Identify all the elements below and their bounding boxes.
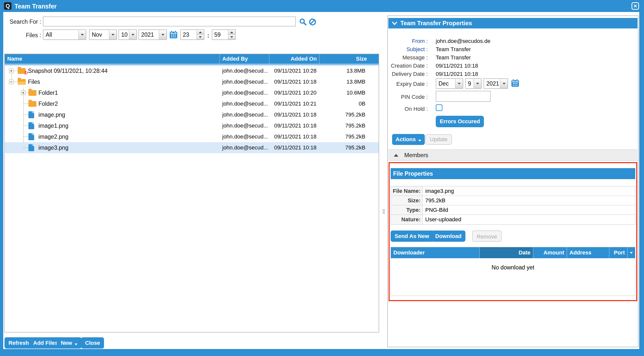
table-row-image-png[interactable]: image.pngjohn.doe@secud...09/11/2021 10:… xyxy=(5,109,378,120)
files-filter-label: Files : xyxy=(3,32,41,39)
cell-added-by: john.doe@secud... xyxy=(220,112,269,118)
expiry-month-select[interactable]: Dec xyxy=(436,78,463,89)
expiry-date-label: Expiry Date : xyxy=(388,81,428,87)
time-colon: : xyxy=(207,32,209,39)
chevron-down-icon xyxy=(474,79,481,88)
column-header-name[interactable]: Name xyxy=(5,54,220,64)
chevron-down-icon xyxy=(455,79,463,88)
refresh-button[interactable]: Refresh xyxy=(4,337,33,348)
file-property-row: Size:795.2kB xyxy=(391,196,635,205)
expiry-day-select[interactable]: 9 xyxy=(465,78,482,89)
actions-button[interactable]: Actions xyxy=(392,134,425,145)
on-hold-label: On Hold : xyxy=(388,106,428,112)
day-select[interactable]: 10 xyxy=(118,30,137,40)
on-hold-checkbox[interactable] xyxy=(436,104,442,111)
cell-size: 795.2kB xyxy=(320,134,370,140)
step-up-icon[interactable] xyxy=(197,30,204,35)
minute-stepper[interactable]: 59 xyxy=(212,30,236,40)
collapse-icon[interactable]: − xyxy=(9,80,14,84)
file-tree-table: NameAdded ByAdded OnSize +↻Snapshot 09/1… xyxy=(4,54,379,332)
downloads-column-header-date[interactable]: Date xyxy=(480,247,533,258)
update-button[interactable]: Update xyxy=(425,134,452,145)
file-icon xyxy=(28,142,37,153)
table-row-snapshot-09-11-2021-10-28-44[interactable]: +↻Snapshot 09/11/2021, 10:28:44john.doe@… xyxy=(5,65,378,76)
pin-code-input[interactable] xyxy=(436,91,490,102)
step-up-icon[interactable] xyxy=(228,30,235,35)
file-property-label: Nature: xyxy=(391,215,423,224)
cell-added-on: 09/11/2021 10:18 xyxy=(269,78,320,85)
property-row: Creation Date :09/11/2021 10:18 xyxy=(388,62,635,70)
panel-splitter[interactable] xyxy=(382,208,385,214)
cell-added-by: john.doe@secud... xyxy=(220,90,269,96)
window-titlebar: Q Team Transfer × xyxy=(0,0,644,12)
hour-stepper[interactable]: 23 xyxy=(180,30,204,40)
file-property-value: PNG-Bild xyxy=(423,205,635,214)
send-as-new-button[interactable]: Send As New xyxy=(390,230,433,242)
snapshot-badge-icon: ↻ xyxy=(24,70,28,76)
expiry-year-select[interactable]: 2021 xyxy=(484,78,508,89)
cell-size: 13.8MB xyxy=(320,68,370,74)
property-label: Subject : xyxy=(388,46,428,53)
tree-node-label: Files xyxy=(28,76,40,87)
cell-added-by: john.doe@secud... xyxy=(220,122,269,129)
step-down-icon[interactable] xyxy=(228,35,235,40)
remove-button[interactable]: Remove xyxy=(472,230,502,242)
tree-node: image3.png xyxy=(5,142,220,153)
downloads-column-header-amount[interactable]: Amount xyxy=(533,247,567,258)
column-header-added-by[interactable]: Added By xyxy=(220,54,269,64)
search-input[interactable] xyxy=(43,16,296,26)
file-property-value: image3.png xyxy=(423,186,635,196)
files-filter-select[interactable]: All xyxy=(43,30,86,40)
properties-panel: Team Transfer Properties From :john.doe@… xyxy=(387,16,638,347)
property-value: 09/11/2021 10:18 xyxy=(436,62,478,69)
cell-added-on: 09/11/2021 10:21 xyxy=(269,100,320,107)
new-button[interactable]: New xyxy=(57,337,82,348)
table-row-image2-png[interactable]: image2.pngjohn.doe@secud...09/11/2021 10… xyxy=(5,131,378,142)
table-row-folder2[interactable]: Folder2john.doe@secud...09/11/2021 10:21… xyxy=(5,98,378,109)
downloads-column-header-downloader[interactable]: Downloader xyxy=(391,247,480,258)
downloads-column-header-address[interactable]: Address xyxy=(567,247,609,258)
table-row-folder1[interactable]: +Folder1john.doe@secud...09/11/2021 10:2… xyxy=(5,87,378,98)
cell-added-on: 09/11/2021 10:18 xyxy=(269,134,320,140)
column-header-size[interactable]: Size xyxy=(320,54,370,64)
chevron-down-icon xyxy=(392,22,397,26)
clear-search-icon[interactable] xyxy=(308,18,316,26)
year-select[interactable]: 2021 xyxy=(138,30,167,40)
chevron-up-icon xyxy=(394,154,398,157)
chevron-down-icon xyxy=(500,79,508,88)
step-down-icon[interactable] xyxy=(197,35,204,40)
tree-node: image1.png xyxy=(5,120,220,131)
column-menu-icon[interactable] xyxy=(628,247,635,258)
window-title: Team Transfer xyxy=(14,3,56,10)
calendar-icon[interactable] xyxy=(511,79,519,87)
property-value: Team Transfer xyxy=(436,46,471,53)
file-property-row: File Name:image3.png xyxy=(391,186,635,196)
tree-node: +↻Snapshot 09/11/2021, 10:28:44 xyxy=(5,65,220,76)
column-header-added-on[interactable]: Added On xyxy=(269,54,320,64)
table-row-files[interactable]: −Filesjohn.doe@secud...09/11/2021 10:181… xyxy=(5,76,378,87)
file-icon xyxy=(28,131,37,142)
month-select[interactable]: Nov xyxy=(89,30,117,40)
cell-added-on: 09/11/2021 10:20 xyxy=(269,90,320,96)
chevron-down-icon xyxy=(74,338,78,349)
window-close-button[interactable]: × xyxy=(632,2,639,10)
errors-occured-button[interactable]: Errors Occured xyxy=(436,116,484,127)
members-section-header[interactable]: Members xyxy=(388,150,638,161)
table-row-image3-png[interactable]: image3.pngjohn.doe@secud...09/11/2021 10… xyxy=(5,142,378,153)
chevron-down-icon xyxy=(159,30,166,40)
properties-panel-header[interactable]: Team Transfer Properties xyxy=(388,18,638,28)
expand-icon[interactable]: + xyxy=(21,90,26,95)
search-icon[interactable] xyxy=(299,18,307,26)
cell-added-by: john.doe@secud... xyxy=(220,78,269,85)
close-button[interactable]: Close xyxy=(81,337,104,348)
dialog-content: Search For : Files : All Nov 10 2021 23 xyxy=(3,12,639,349)
calendar-icon[interactable] xyxy=(169,30,178,39)
download-button[interactable]: Download xyxy=(431,230,466,242)
tree-node-label: image3.png xyxy=(38,142,68,153)
cell-size: 13.8MB xyxy=(320,78,370,85)
expand-icon[interactable]: + xyxy=(9,68,14,73)
table-row-image1-png[interactable]: image1.pngjohn.doe@secud...09/11/2021 10… xyxy=(5,120,378,131)
chevron-down-icon xyxy=(78,30,86,40)
cell-size: 795.2kB xyxy=(320,112,370,118)
downloads-column-header-port[interactable]: Port xyxy=(609,247,628,258)
